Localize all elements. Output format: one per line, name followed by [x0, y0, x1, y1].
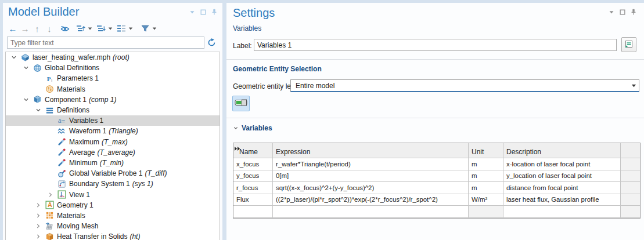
cell-description[interactable] [503, 206, 621, 218]
tree-item-moving-mesh[interactable]: Moving Mesh [6, 221, 220, 231]
tree-item-global-variable-probe-1[interactable]: Global Variable Probe 1 (T_diff) [6, 168, 220, 179]
model-builder-panel: Model Builder ← → ↑ ↓ [3, 3, 222, 240]
chevron-down-icon[interactable] [189, 9, 196, 16]
tree-item-maximum[interactable]: Maximum (T_max) [6, 137, 220, 147]
tree-item-root[interactable]: laser_heating_wafer.mph (root) [6, 52, 220, 63]
separator [226, 59, 644, 60]
tree-item-component-1[interactable]: Component 1 (comp 1) [6, 94, 220, 105]
chevron-collapsed-icon[interactable] [46, 190, 55, 199]
filter-input[interactable] [7, 37, 204, 49]
cell-expression[interactable]: ((2*p_laser)/(pi*r_spot^2))*exp(-(2*r_fo… [273, 194, 469, 206]
cell-unit[interactable]: W/m² [469, 194, 503, 206]
definitions-icon [45, 106, 54, 115]
active-toggle-button[interactable] [232, 96, 250, 111]
cell-extra [621, 170, 640, 183]
chevron-collapsed-icon[interactable] [34, 201, 43, 210]
cell-name[interactable]: y_focus [233, 170, 273, 183]
cell-unit[interactable] [469, 206, 503, 218]
move-down-icon[interactable]: ↓ [44, 23, 55, 34]
probe-icon [57, 158, 66, 168]
cell-expression[interactable]: 0[m] [273, 170, 469, 183]
active-toggle-icon [235, 99, 247, 108]
chevron-expanded-icon[interactable] [21, 63, 31, 72]
geometric-entity-level-select[interactable]: Entire model [290, 79, 639, 92]
refresh-icon[interactable] [204, 37, 218, 49]
cell-unit[interactable]: m [469, 170, 503, 183]
tree-item-global-definitions[interactable]: Global Definitions [6, 63, 220, 73]
settings-panel: Settings Variables Label: Geometric Enti… [226, 3, 644, 240]
float-window-icon[interactable] [619, 9, 626, 16]
view-icon [57, 190, 66, 199]
expand-all-dropdown-caret[interactable] [87, 23, 93, 34]
tree-item-variables-1[interactable]: a= Variables 1 [6, 115, 220, 126]
cell-name[interactable]: r_focus [233, 182, 273, 194]
tree-item-view-1[interactable]: View 1 [6, 189, 220, 199]
filter-row [7, 37, 218, 49]
tree-item-minimum[interactable]: Minimum (T_min) [6, 158, 220, 168]
tree-item-parameters[interactable]: Pi Parameters 1 [6, 73, 220, 83]
model-tree: laser_heating_wafer.mph (root) Global De… [5, 52, 220, 240]
pin-icon[interactable] [630, 8, 637, 16]
section-header-variables[interactable]: Variables [232, 124, 272, 132]
chevron-expanded-icon[interactable] [21, 95, 31, 104]
tree-item-geometry-1[interactable]: A Geometry 1 [6, 200, 220, 210]
globe-icon [33, 63, 42, 72]
chevron-collapsed-icon[interactable] [34, 211, 43, 220]
chevron-expanded-icon[interactable] [9, 53, 19, 62]
expand-all-icon[interactable] [75, 23, 87, 34]
label-input[interactable] [254, 39, 617, 51]
cell-unit[interactable]: m [469, 182, 503, 194]
cell-expression[interactable]: sqrt((x-x_focus)^2+(y-y_focus)^2) [273, 182, 469, 194]
chevron-expanded-icon[interactable] [34, 106, 43, 115]
go-forward-icon[interactable]: → [19, 23, 31, 34]
tree-item-materials-component[interactable]: Materials [6, 210, 220, 221]
model-root-icon [20, 53, 30, 62]
section-chevron-expanded-icon[interactable] [232, 124, 240, 132]
moving-mesh-icon [45, 221, 54, 231]
tree-item-materials-global[interactable]: Materials [6, 84, 220, 94]
cell-expression[interactable] [273, 206, 469, 218]
model-builder-title: Model Builder [8, 5, 79, 19]
go-back-icon[interactable]: ← [7, 23, 19, 34]
cell-expression[interactable]: r_wafer*Triangle(t/period) [273, 158, 469, 170]
cell-name[interactable]: x_focus [233, 158, 273, 170]
combo-caret-icon [628, 83, 639, 88]
cell-unit[interactable]: m [469, 158, 503, 170]
materials-grid-icon [45, 211, 54, 220]
filter-dropdown-caret[interactable] [152, 23, 157, 34]
chevron-collapsed-icon[interactable] [34, 221, 43, 231]
cell-description[interactable]: y_location of laser focal point [503, 170, 621, 183]
collapse-all-dropdown-caret[interactable] [107, 23, 113, 34]
tree-item-waveform-1[interactable]: Waveform 1 (Triangle) [6, 126, 220, 136]
cell-description[interactable]: laser heat flux, Gaussian profile [503, 194, 621, 206]
filter-icon[interactable] [139, 23, 151, 34]
tree-item-boundary-system-1[interactable]: Boundary System 1 (sys 1) [6, 179, 220, 189]
pin-icon[interactable] [211, 8, 218, 16]
collapse-all-icon[interactable] [95, 23, 107, 34]
float-window-icon[interactable] [200, 9, 207, 16]
cell-description[interactable]: distance from focal point [503, 182, 621, 194]
move-up-icon[interactable]: ↑ [31, 23, 43, 34]
show-visibility-icon[interactable] [59, 23, 71, 34]
chevron-collapsed-icon[interactable] [34, 232, 43, 240]
tree-item-heat-transfer-in-solids[interactable]: Heat Transfer in Solids (ht) [6, 231, 220, 240]
tree-item-definitions[interactable]: Definitions [6, 105, 220, 115]
settings-window-controls [608, 8, 637, 16]
model-builder-toolbar: ← → ↑ ↓ [7, 22, 160, 35]
geometric-entity-level-value: Entire model [291, 82, 628, 90]
parameters-icon: Pi [45, 74, 54, 83]
model-tree-node-text-dropdown-caret[interactable] [128, 23, 134, 34]
boundary-system-icon [57, 179, 66, 188]
cell-name[interactable]: Flux [233, 194, 273, 206]
probe-icon [57, 137, 66, 147]
cell-extra [621, 182, 640, 194]
cell-description[interactable]: x-location of laser focal point [503, 158, 621, 170]
model-tree-node-text-icon[interactable] [116, 23, 127, 34]
geometry-icon: A [45, 201, 54, 210]
label-field-label: Label: [233, 42, 252, 50]
cell-name[interactable] [233, 206, 273, 218]
tree-item-average[interactable]: Average (T_average) [6, 147, 220, 158]
chevron-down-icon[interactable] [608, 9, 615, 16]
column-header-extra [621, 143, 640, 158]
rename-button[interactable] [621, 37, 636, 52]
